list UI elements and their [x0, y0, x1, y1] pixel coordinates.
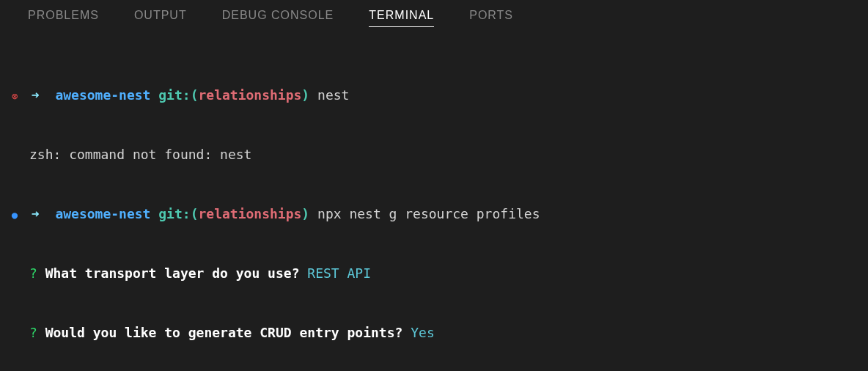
git-label: git:: [158, 204, 190, 224]
question-mark-icon: ?: [29, 263, 37, 283]
status-running-icon: ●: [9, 207, 21, 223]
error-output: zsh: command not found: nest: [29, 144, 251, 164]
tab-terminal[interactable]: TERMINAL: [369, 9, 434, 27]
git-branch: relationships: [198, 204, 301, 224]
terminal-line: ● ➜ awesome-nest git:(relationships) npx…: [9, 204, 859, 224]
command-text: npx nest g resource profiles: [317, 204, 540, 224]
paren-close: ): [301, 204, 309, 224]
question-mark-icon: ?: [29, 323, 37, 342]
paren-open: (: [191, 204, 199, 224]
paren-open: (: [191, 85, 199, 105]
terminal-line: ? Would you like to generate CRUD entry …: [9, 323, 859, 342]
command-text: nest: [317, 85, 349, 105]
answer-text: REST API: [307, 263, 371, 283]
paren-close: ): [301, 85, 309, 105]
tab-ports[interactable]: PORTS: [469, 9, 513, 27]
terminal-output[interactable]: ⊗ ➜ awesome-nest git:(relationships) nes…: [0, 37, 868, 371]
tab-problems[interactable]: PROBLEMS: [28, 9, 99, 27]
prompt-folder: awesome-nest: [55, 85, 150, 105]
git-label: git:: [158, 85, 190, 105]
answer-text: Yes: [411, 323, 435, 342]
question-text: What transport layer do you use?: [45, 263, 300, 283]
panel-tabs: PROBLEMS OUTPUT DEBUG CONSOLE TERMINAL P…: [0, 0, 868, 37]
git-branch: relationships: [198, 85, 301, 105]
status-error-icon: ⊗: [9, 89, 21, 104]
terminal-line: zsh: command not found: nest: [9, 144, 859, 164]
prompt-folder: awesome-nest: [55, 204, 150, 224]
prompt-arrow: ➜: [32, 204, 40, 224]
prompt-arrow: ➜: [32, 85, 40, 105]
question-text: Would you like to generate CRUD entry po…: [45, 323, 403, 342]
tab-output[interactable]: OUTPUT: [134, 9, 187, 27]
tab-debug-console[interactable]: DEBUG CONSOLE: [222, 9, 334, 27]
terminal-line: ? What transport layer do you use? REST …: [9, 263, 859, 283]
terminal-line: ⊗ ➜ awesome-nest git:(relationships) nes…: [9, 85, 859, 105]
